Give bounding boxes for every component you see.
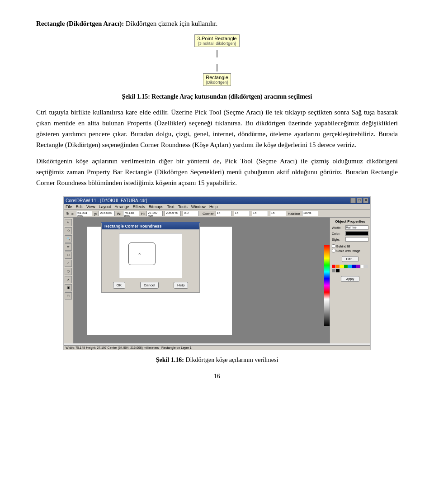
behind-fill-checkbox[interactable] bbox=[332, 244, 335, 248]
toolbar-icon1: 🖱 bbox=[66, 211, 70, 216]
corner-field2[interactable]: 15 bbox=[234, 211, 250, 216]
x-field[interactable]: 64.904 mm bbox=[76, 211, 92, 216]
behind-fill-row: Behind fill bbox=[332, 244, 368, 248]
app-body: ↖ ◇ 🔍 ✏ □ ○ ⬡ A ▣ ◻ bbox=[64, 218, 370, 343]
tool1-label: 3-Point Rectangle bbox=[197, 36, 236, 41]
cursor-line-1: | bbox=[215, 49, 219, 57]
swatch-blue[interactable] bbox=[352, 265, 356, 268]
x-label: x: bbox=[71, 212, 74, 216]
page-content: Rectangle (Dikdörtgen Aracı): Dikdörtgen… bbox=[36, 18, 398, 380]
tool2-tooltip: Rectangle {Dikdörtgen} bbox=[203, 73, 231, 86]
h-field[interactable]: 27.197 mm bbox=[146, 211, 163, 216]
style-label: Style: bbox=[332, 238, 344, 241]
menu-bitmaps[interactable]: Bitmaps bbox=[149, 204, 164, 209]
corner-label: Corner bbox=[203, 212, 213, 216]
menu-file[interactable]: File bbox=[66, 204, 72, 209]
width-label: Width: bbox=[332, 226, 344, 229]
titlebar: CorelDRAW 11 - [D:\OKUL FATURA.cdr] _ □ … bbox=[64, 197, 370, 204]
titlebar-text: CorelDRAW 11 - [D:\OKUL FATURA.cdr] bbox=[66, 198, 147, 203]
tool2-label: Rectangle bbox=[206, 75, 228, 80]
angle-field[interactable]: 205.9 % bbox=[165, 211, 181, 216]
dialog-help-btn[interactable]: Help bbox=[174, 282, 188, 289]
shape-tool[interactable]: ◇ bbox=[65, 227, 72, 234]
scale-image-checkbox[interactable] bbox=[332, 249, 335, 252]
polygon-tool[interactable]: ⬡ bbox=[65, 268, 72, 275]
p1-rest: Dikdörtgen çizmek için kullanılır. bbox=[124, 20, 217, 27]
menu-view[interactable]: View bbox=[86, 204, 95, 209]
figure1-caption-text: Şekil 1.15: Rectangle Araç kutusundan (d… bbox=[122, 93, 312, 100]
menu-window[interactable]: Window bbox=[191, 204, 206, 209]
screenshot: CorelDRAW 11 - [D:\OKUL FATURA.cdr] _ □ … bbox=[63, 196, 371, 350]
w-field[interactable]: 75.148 mm bbox=[123, 211, 139, 216]
scale-image-label: Scale with image bbox=[336, 249, 360, 252]
menu-effects[interactable]: Effects bbox=[132, 204, 145, 209]
close-btn[interactable]: ✕ bbox=[363, 198, 368, 203]
options-area: Behind fill Scale with image bbox=[332, 244, 368, 252]
corner-roundness-dialog[interactable]: Rectangle Corner Roundness × OK Cancel H… bbox=[101, 222, 200, 293]
swatch-white[interactable] bbox=[360, 265, 364, 268]
figure2-caption-bold: Şekil 1.16: bbox=[156, 357, 184, 363]
swatch-cyan[interactable] bbox=[348, 265, 352, 268]
dialog-cancel-btn[interactable]: Cancel bbox=[140, 282, 159, 289]
paragraph-1: Rectangle (Dikdörtgen Aracı): Dikdörtgen… bbox=[36, 18, 398, 29]
style-input[interactable] bbox=[345, 237, 368, 242]
swatch-green[interactable] bbox=[344, 265, 348, 268]
swatch-black[interactable] bbox=[336, 269, 340, 272]
edit-btn-area: Edit... bbox=[332, 256, 368, 262]
figure-tools-area: 3-Point Rectangle {3 noktalı dikdörtgen}… bbox=[36, 34, 398, 86]
toolbox: ↖ ◇ 🔍 ✏ □ ○ ⬡ A ▣ ◻ bbox=[64, 218, 74, 343]
color-palette-strip[interactable] bbox=[324, 245, 330, 326]
corner-field1[interactable]: 15 bbox=[216, 211, 232, 216]
width-input[interactable]: Hairline bbox=[345, 225, 368, 230]
swatch-red[interactable] bbox=[332, 265, 335, 268]
dialog-x-mark: × bbox=[138, 252, 141, 256]
text-tool[interactable]: A bbox=[65, 276, 72, 283]
fill-tool[interactable]: ▣ bbox=[65, 284, 72, 291]
apply-btn-area: Apply bbox=[332, 276, 368, 282]
figure2-caption-rest: Dikdörtgen köşe açılarının verilmesi bbox=[184, 357, 278, 363]
edit-button[interactable]: Edit... bbox=[342, 256, 359, 262]
menu-text[interactable]: Text bbox=[167, 204, 175, 209]
statusbar-main-text: Width: 75.148 Height: 27.197 Center (64.… bbox=[66, 346, 192, 349]
minimize-btn[interactable]: _ bbox=[350, 198, 356, 203]
dialog-titlebar: Rectangle Corner Roundness bbox=[102, 223, 199, 229]
color-row: Color: bbox=[332, 231, 368, 236]
swatch-purple[interactable] bbox=[356, 265, 360, 268]
ellipse-tool[interactable]: ○ bbox=[65, 260, 72, 267]
rect-tool[interactable]: □ bbox=[65, 252, 72, 259]
freehand-tool[interactable]: ✏ bbox=[65, 243, 72, 251]
cursor-line-2: | bbox=[215, 63, 219, 71]
corner-field3[interactable]: 15 bbox=[252, 211, 268, 216]
menu-layout[interactable]: Layout bbox=[99, 204, 111, 209]
zoom-field[interactable]: 100% bbox=[302, 211, 318, 216]
color-input[interactable] bbox=[345, 231, 368, 236]
swatch-orange[interactable] bbox=[336, 265, 340, 268]
color-label: Color: bbox=[332, 232, 344, 235]
dialog-ok-btn[interactable]: OK bbox=[113, 282, 126, 289]
toolbar: 🖱 x: 64.904 mm y: 216.006 W: 75.148 mm H… bbox=[64, 210, 370, 218]
swatch-gray[interactable] bbox=[332, 269, 335, 272]
menu-help[interactable]: Help bbox=[209, 204, 218, 209]
dialog-title-text: Rectangle Corner Roundness bbox=[104, 224, 162, 228]
menu-arrange[interactable]: Arrange bbox=[114, 204, 129, 209]
swatch-yellow[interactable] bbox=[340, 265, 344, 268]
menu-edit[interactable]: Edit bbox=[76, 204, 83, 209]
figure-area: CorelDRAW 11 - [D:\OKUL FATURA.cdr] _ □ … bbox=[36, 196, 398, 352]
swatch-lightgray[interactable] bbox=[364, 265, 368, 268]
maximize-btn[interactable]: □ bbox=[357, 198, 362, 203]
dialog-buttons: OK Cancel Help bbox=[105, 282, 196, 289]
canvas-area: Rectangle Corner Roundness × OK Cancel H… bbox=[74, 218, 330, 343]
corner-field4[interactable]: 15 bbox=[270, 211, 286, 216]
rotate-field[interactable]: 0.0 bbox=[183, 211, 199, 216]
menu-tools[interactable]: Tools bbox=[178, 204, 188, 209]
outline-tool[interactable]: ◻ bbox=[65, 292, 72, 300]
figure1-caption: Şekil 1.15: Rectangle Araç kutusundan (d… bbox=[36, 93, 398, 100]
apply-button[interactable]: Apply bbox=[341, 276, 360, 282]
dialog-body: × OK Cancel Help bbox=[102, 229, 199, 292]
scale-image-row: Scale with image bbox=[332, 249, 368, 252]
statusbar: Width: 75.148 Height: 27.197 Center (64.… bbox=[64, 345, 370, 350]
zoom-tool[interactable]: 🔍 bbox=[65, 235, 72, 242]
width-row: Width: Hairline bbox=[332, 225, 368, 230]
select-tool[interactable]: ↖ bbox=[65, 219, 72, 226]
y-field[interactable]: 216.006 bbox=[99, 211, 115, 216]
